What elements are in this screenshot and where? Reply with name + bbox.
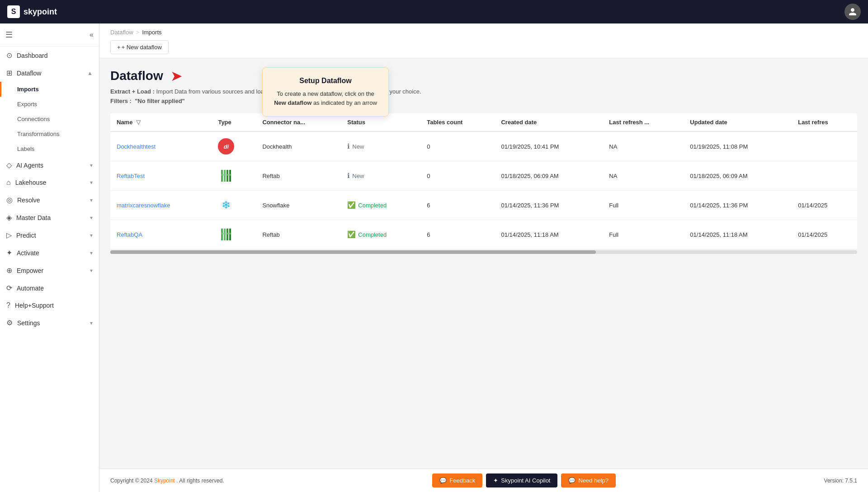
sidebar-toggle[interactable]: ☰ (5, 30, 13, 40)
sidebar: ☰ « ⊙ Dashboard ⊞ Dataflow ▲ Imports Exp… (0, 23, 99, 492)
cell-name: ReftabTest (110, 161, 212, 191)
status-badge: ℹ New (347, 142, 414, 150)
sidebar-item-settings[interactable]: ⚙ Settings ▾ (0, 314, 99, 332)
automate-icon: ⟳ (6, 284, 12, 292)
col-updated: Updated date (684, 113, 792, 131)
cell-connector-name: Dockhealth (256, 131, 341, 161)
settings-icon: ⚙ (6, 319, 13, 327)
cell-status: ℹ New (341, 161, 420, 191)
copilot-label: Skypoint AI Copilot (501, 477, 550, 484)
sidebar-subitem-transformations[interactable]: Transformations (0, 127, 99, 141)
version-label: Version: 7.5.1 (824, 478, 857, 484)
footer-brand-link[interactable]: Skypoint (154, 478, 175, 484)
chevron-down-icon: ▾ (90, 197, 93, 203)
breadcrumb: Dataflow > Imports (110, 29, 857, 36)
chevron-down-icon: ▾ (90, 320, 93, 326)
sidebar-subitem-connections[interactable]: Connections (0, 112, 99, 127)
table-row: matrixcaresnowflake ❄ Snowflake ✅ Comple… (110, 191, 857, 220)
activate-icon: ✦ (6, 248, 12, 257)
chevron-down-icon: ▾ (90, 267, 93, 274)
sidebar-item-master-data[interactable]: ◈ Master Data ▾ (0, 209, 99, 226)
footer-copyright: Copyright © 2024 Skypoint . All rights r… (110, 478, 224, 484)
footer: Copyright © 2024 Skypoint . All rights r… (99, 469, 868, 492)
empower-icon: ⊕ (6, 266, 12, 275)
cell-last-refresh2: 01/14/2025 (792, 191, 857, 220)
sidebar-item-label: Settings (17, 319, 85, 327)
status-text: New (352, 143, 364, 150)
breadcrumb-bar: Dataflow > Imports + + New dataflow (99, 23, 868, 58)
cell-created-date: 01/14/2025, 11:36 PM (495, 191, 603, 220)
cell-last-refresh: NA (603, 131, 684, 161)
sidebar-item-activate[interactable]: ✦ Activate ▾ (0, 244, 99, 262)
sidebar-item-dashboard[interactable]: ⊙ Dashboard (0, 47, 99, 64)
sidebar-item-dataflow[interactable]: ⊞ Dataflow ▲ (0, 64, 99, 82)
sidebar-item-lakehouse[interactable]: ⌂ Lakehouse ▾ (0, 174, 99, 191)
sidebar-subitem-exports[interactable]: Exports (0, 97, 99, 112)
sidebar-subitem-imports[interactable]: Imports (0, 82, 99, 97)
master-data-icon: ◈ (6, 213, 12, 222)
dataflow-icon: ⊞ (6, 69, 12, 77)
cell-type: ❄ (212, 191, 256, 220)
sidebar-item-resolve[interactable]: ◎ Resolve ▾ (0, 191, 99, 209)
sidebar-subitem-labels[interactable]: Labels (0, 141, 99, 156)
page-title: Dataflow (110, 69, 163, 83)
dataflow-link[interactable]: matrixcaresnowflake (117, 202, 170, 209)
status-icon: ✅ (347, 201, 356, 209)
cell-updated-date: 01/14/2025, 11:36 PM (684, 191, 792, 220)
status-icon: ℹ (347, 142, 350, 150)
table-scrollbar[interactable] (110, 250, 857, 254)
cell-type: di (212, 131, 256, 161)
brand: S skypoint (7, 5, 57, 18)
sidebar-collapse[interactable]: « (90, 31, 94, 39)
col-created: Created date (495, 113, 603, 131)
sidebar-item-label: Master Data (16, 214, 85, 221)
cell-tables-count: 6 (420, 220, 495, 249)
sidebar-item-label: Automate (17, 285, 93, 292)
need-help-button[interactable]: 💬 Need help? (561, 473, 616, 487)
status-text: New (352, 173, 364, 179)
cell-name: Dockhealthtest (110, 131, 212, 161)
chat-icon: 💬 (439, 477, 447, 484)
sidebar-item-help[interactable]: ? Help+Support (0, 297, 99, 314)
help-label: Need help? (578, 477, 609, 484)
cell-last-refresh: NA (603, 161, 684, 191)
status-badge: ✅ Completed (347, 230, 414, 239)
copilot-icon: ✦ (493, 477, 498, 484)
dataflow-link[interactable]: Dockhealthtest (117, 143, 156, 150)
sidebar-item-predict[interactable]: ▷ Predict ▾ (0, 226, 99, 244)
connector-logo-reftab (218, 226, 234, 243)
sidebar-item-automate[interactable]: ⟳ Automate (0, 279, 99, 297)
status-icon: ✅ (347, 230, 356, 239)
lakehouse-icon: ⌂ (6, 178, 11, 187)
cell-name: matrixcaresnowflake (110, 191, 212, 220)
connector-logo-dockhealth: di (218, 138, 234, 155)
copilot-button[interactable]: ✦ Skypoint AI Copilot (486, 473, 557, 487)
status-text: Completed (358, 202, 387, 209)
sidebar-item-label: Resolve (17, 197, 85, 204)
cell-updated-date: 01/19/2025, 11:08 PM (684, 131, 792, 161)
cell-connector-name: Snowflake (256, 191, 341, 220)
user-avatar[interactable] (844, 4, 861, 20)
cell-last-refresh: Full (603, 191, 684, 220)
sidebar-item-label: Lakehouse (15, 179, 85, 186)
col-tables: Tables count (420, 113, 495, 131)
cell-name: ReftabQA (110, 220, 212, 249)
dataflow-link[interactable]: ReftabQA (117, 231, 142, 238)
navbar: S skypoint (0, 0, 868, 23)
status-text: Completed (358, 231, 387, 238)
plus-icon: + (117, 44, 121, 51)
cell-updated-date: 01/18/2025, 06:09 AM (684, 161, 792, 191)
predict-icon: ▷ (6, 231, 12, 239)
feedback-button[interactable]: 💬 Feedback (432, 473, 482, 487)
table-row: Dockhealthtest di Dockhealth ℹ New 0 01/… (110, 131, 857, 161)
sidebar-item-ai-agents[interactable]: ◇ AI Agents ▾ (0, 156, 99, 174)
filters-bar: Filters : "No filter applied" (110, 98, 857, 104)
tooltip-body: To create a new dataflow, click on the N… (274, 89, 377, 107)
dataflow-link[interactable]: ReftabTest (117, 173, 145, 179)
svg-rect-9 (221, 233, 231, 234)
new-dataflow-button[interactable]: + + New dataflow (110, 40, 169, 54)
sidebar-item-empower[interactable]: ⊕ Empower ▾ (0, 262, 99, 279)
footer-buttons: 💬 Feedback ✦ Skypoint AI Copilot 💬 Need … (432, 473, 616, 487)
cell-connector-name: Reftab (256, 220, 341, 249)
filter-icon[interactable]: ▽ (136, 119, 141, 126)
